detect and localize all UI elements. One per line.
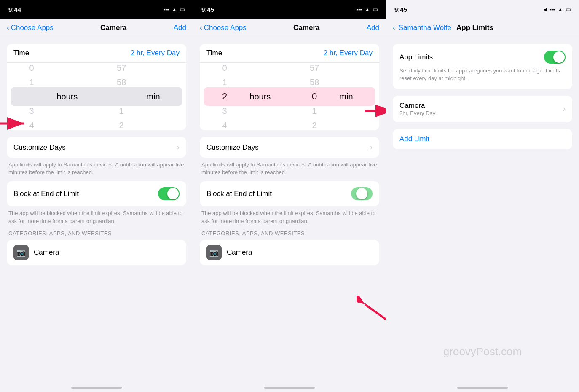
min-item-2-2: 2 — [312, 118, 317, 130]
status-time-2: 9:45 — [201, 6, 214, 13]
camera-limit-card[interactable]: Camera 2hr, Every Day › — [393, 96, 572, 122]
battery-icon-1: ▭ — [180, 6, 185, 13]
hour-item-2-selected: 2 — [29, 89, 34, 104]
add-limit-label[interactable]: Add Limit — [399, 135, 429, 143]
status-icons-2: ▪▪▪ ▲ ▭ — [356, 6, 378, 13]
battery-icon-2: ▭ — [373, 6, 378, 13]
wifi-icon-1: ▲ — [172, 6, 177, 13]
min-label-2: min — [339, 92, 353, 102]
nav-title-1: Camera — [100, 24, 126, 32]
hours-label-2: hours — [249, 92, 271, 102]
camera-icon-1: 📷 — [13, 245, 29, 260]
camera-row-1: 📷 Camera — [7, 240, 186, 265]
time-card-1: Time 2 hr, Every Day 0 1 2 3 4 — [7, 44, 186, 130]
right-location-icon: ◂ — [544, 6, 547, 13]
min-item-2-0-selected: 0 — [312, 89, 317, 104]
time-picker-1[interactable]: 0 1 2 3 4 hours 57 58 — [7, 63, 186, 130]
camera-limit-info: Camera 2hr, Every Day — [399, 102, 435, 116]
hour-item-2-2-selected: 2 — [222, 89, 227, 104]
min-item-2-57: 57 — [310, 63, 319, 75]
min-label-1: min — [146, 92, 160, 102]
app-limits-card: App Limits Set daily time limits for app… — [393, 44, 572, 89]
hour-item-2-0: 0 — [222, 63, 227, 75]
toggle-1[interactable] — [158, 187, 180, 200]
customize-days-label-2: Customize Days — [206, 143, 259, 152]
hour-item-3: 3 — [29, 104, 34, 118]
hours-col-1: 0 1 2 3 4 — [7, 63, 56, 130]
camera-limit-row[interactable]: Camera 2hr, Every Day › — [393, 96, 572, 122]
chevron-right-camera: › — [563, 105, 566, 113]
right-status-bar: 9:45 ◂ ▪▪▪ ▲ ▭ — [386, 0, 579, 19]
nav-back-label-2[interactable]: Choose Apps — [204, 24, 247, 32]
right-nav-bar: ‹ Samantha Wolfe App Limits — [386, 19, 579, 37]
nav-title-2: Camera — [293, 24, 319, 32]
time-label-1: Time — [13, 49, 29, 57]
nav-bar-1: ‹ Choose Apps Camera Add — [0, 19, 193, 37]
time-row-1: Time 2 hr, Every Day — [7, 44, 186, 63]
nav-back-1[interactable]: ‹ Choose Apps — [7, 24, 54, 32]
signal-icon-1: ▪▪▪ — [163, 6, 169, 13]
time-value-1: 2 hr, Every Day — [131, 49, 180, 57]
add-limit-card[interactable]: Add Limit — [393, 129, 572, 149]
hint-text-2: App limits will apply to Samantha's devi… — [200, 161, 379, 181]
hour-item-2-3: 3 — [222, 104, 227, 118]
signal-icon-2: ▪▪▪ — [356, 6, 362, 13]
home-indicator-2 — [264, 387, 315, 389]
right-signal-icon: ▪▪▪ — [549, 6, 555, 13]
hours-label-1: hours — [56, 92, 78, 102]
min-item-0-selected: 0 — [119, 89, 124, 104]
nav-add-btn-2[interactable]: Add — [367, 24, 379, 32]
right-status-icons: ◂ ▪▪▪ ▲ ▭ — [544, 6, 571, 13]
nav-back-label-1[interactable]: Choose Apps — [11, 24, 54, 32]
block-hint-1: The app will be blocked when the limit e… — [7, 209, 186, 230]
app-limits-title: App Limits — [399, 53, 433, 62]
camera-icon-2: 📷 — [206, 245, 222, 260]
nav-back-2[interactable]: ‹ Choose Apps — [200, 24, 247, 32]
time-card-2: Time 2 hr, Every Day 0 1 2 3 4 — [200, 44, 379, 130]
red-arrow-toggle — [357, 296, 386, 330]
min-item-57: 57 — [117, 63, 126, 75]
right-content: App Limits Set daily time limits for app… — [386, 37, 579, 156]
app-limits-toggle[interactable] — [544, 51, 566, 64]
min-item-2: 2 — [119, 118, 124, 130]
hours-col-2: 0 1 2 3 4 — [200, 63, 249, 130]
hour-item-1: 1 — [29, 75, 34, 89]
right-nav-title: App Limits — [456, 24, 493, 32]
hour-item-4: 4 — [29, 118, 34, 130]
toggle-2[interactable] — [351, 187, 373, 200]
app-limits-desc: Set daily time limits for app categories… — [399, 67, 566, 82]
chevron-left-icon-2: ‹ — [200, 24, 202, 32]
block-hint-2: The app will be blocked when the limit e… — [200, 209, 379, 230]
svg-line-3 — [365, 304, 386, 325]
min-item-58: 58 — [117, 75, 126, 89]
customize-days-label-1: Customize Days — [13, 143, 66, 152]
right-wifi-icon: ▲ — [558, 6, 563, 13]
phone-panel-1: 9:44 ▪▪▪ ▲ ▭ ‹ Choose Apps Camera Add — [0, 0, 193, 392]
home-indicator-3 — [457, 387, 508, 389]
right-battery-icon: ▭ — [566, 6, 571, 13]
right-panel: 9:45 ◂ ▪▪▪ ▲ ▭ ‹ Samantha Wolfe App Limi… — [386, 0, 579, 392]
hour-item-2-1: 1 — [222, 75, 227, 89]
customize-days-row-2[interactable]: Customize Days › — [200, 137, 379, 158]
categories-header-1: CATEGORIES, APPS, AND WEBSITES — [7, 230, 186, 240]
min-item-1: 1 — [119, 104, 124, 118]
chevron-right-icon-customize-2: › — [370, 143, 373, 152]
app-limits-toggle-knob — [553, 51, 565, 63]
app-limits-header: App Limits — [399, 51, 566, 64]
time-picker-2[interactable]: 0 1 2 3 4 hours 57 58 0 — [200, 63, 379, 130]
nav-add-btn-1[interactable]: Add — [174, 24, 186, 32]
hint-text-1: App limits will apply to Samantha's devi… — [7, 161, 186, 181]
min-item-2-1: 1 — [312, 104, 317, 118]
min-item-2-58: 58 — [310, 75, 319, 89]
panels-container: 9:44 ▪▪▪ ▲ ▭ ‹ Choose Apps Camera Add — [0, 0, 579, 392]
home-indicator-1 — [71, 387, 122, 389]
right-nav-back-label[interactable]: Samantha Wolfe — [399, 24, 451, 32]
status-bar-2: 9:45 ▪▪▪ ▲ ▭ — [193, 0, 386, 19]
chevron-right-icon-customize-1: › — [177, 143, 180, 152]
block-label-1: Block at End of Limit — [13, 190, 79, 198]
minutes-col-2: 57 58 0 1 2 — [290, 63, 339, 130]
customize-days-row-1[interactable]: Customize Days › — [7, 137, 186, 158]
phone-screen-1: 9:44 ▪▪▪ ▲ ▭ ‹ Choose Apps Camera Add — [0, 0, 193, 392]
block-toggle-row-1: Block at End of Limit — [7, 181, 186, 206]
phone-screen-2: 9:45 ▪▪▪ ▲ ▭ ‹ Choose Apps Camera Add — [193, 0, 386, 392]
